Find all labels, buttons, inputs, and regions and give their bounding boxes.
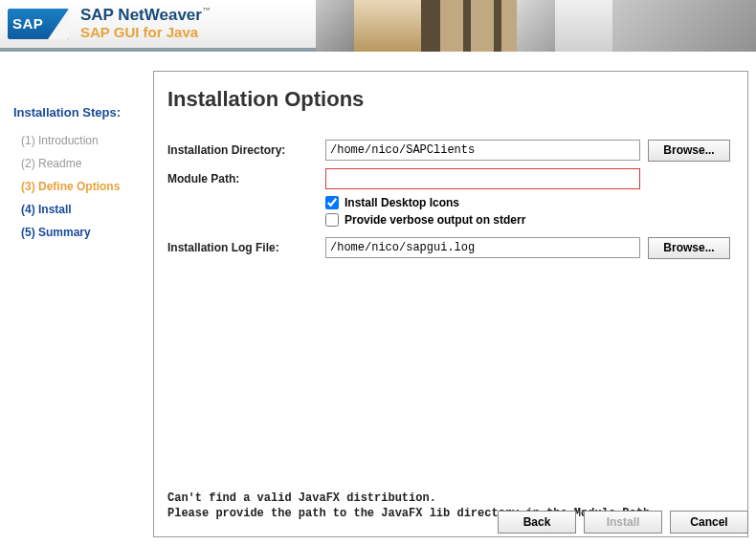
cancel-button[interactable]: Cancel [670, 511, 748, 534]
button-bar: Back Install Cancel [0, 505, 756, 539]
banner-artwork [316, 0, 756, 52]
step-readme[interactable]: (2) Readme [13, 152, 145, 175]
desktop-icons-label: Install Desktop Icons [345, 196, 459, 209]
install-button[interactable]: Install [584, 511, 662, 534]
install-dir-label: Installation Directory: [167, 143, 325, 157]
log-file-input[interactable] [325, 237, 640, 258]
verbose-checkbox[interactable] [325, 213, 339, 227]
install-dir-input[interactable] [325, 140, 640, 161]
step-introduction[interactable]: (1) Introduction [13, 129, 145, 152]
header-banner: SAP SAP NetWeaver™ SAP GUI for Java [0, 0, 756, 52]
product-title: SAP NetWeaver™ [80, 7, 211, 25]
sap-logo-text: SAP [12, 15, 43, 32]
browse-log-file-button[interactable]: Browse... [648, 237, 730, 259]
module-path-input[interactable] [325, 168, 640, 189]
product-subtitle: SAP GUI for Java [80, 25, 211, 41]
back-button[interactable]: Back [498, 511, 576, 534]
browse-install-dir-button[interactable]: Browse... [648, 140, 730, 162]
page-title: Installation Options [167, 87, 730, 112]
module-path-label: Module Path: [167, 172, 325, 185]
banner-titles: SAP NetWeaver™ SAP GUI for Java [80, 7, 211, 40]
sap-logo-icon: SAP [8, 9, 69, 39]
log-file-label: Installation Log File: [167, 241, 325, 254]
sidebar: Installation Steps: (1) Introduction (2)… [0, 52, 153, 545]
step-define-options[interactable]: (3) Define Options [13, 175, 145, 198]
desktop-icons-checkbox[interactable] [325, 196, 339, 209]
verbose-label: Provide verbose output on stderr [345, 213, 525, 227]
sidebar-heading: Installation Steps: [13, 105, 145, 120]
step-summary[interactable]: (5) Summary [13, 221, 145, 244]
main-panel: Installation Options Installation Direct… [153, 71, 748, 537]
step-install[interactable]: (4) Install [13, 198, 145, 221]
